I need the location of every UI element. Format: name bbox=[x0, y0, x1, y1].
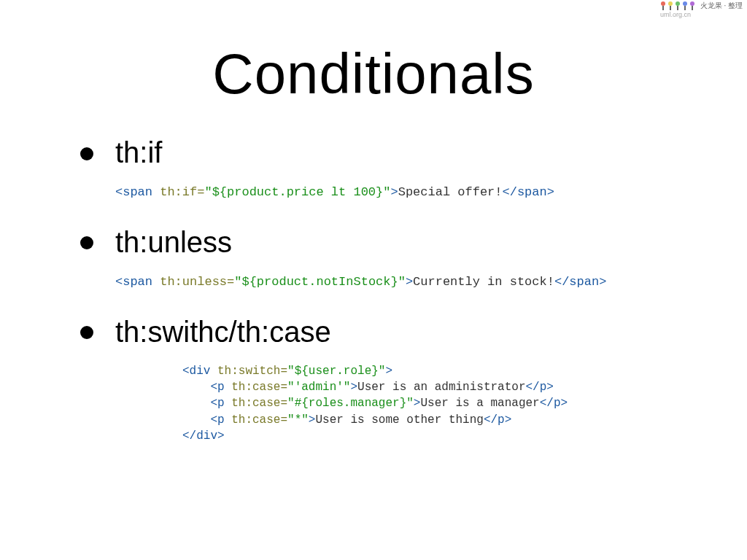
code-block-thswitch: <div th:switch="${user.role}"> <p th:cas… bbox=[182, 363, 718, 445]
figure-icon bbox=[689, 1, 695, 10]
code-token: th:unless bbox=[152, 275, 227, 289]
code-token: = bbox=[280, 413, 287, 427]
code-token: "*" bbox=[287, 413, 309, 427]
bullet-dot-icon bbox=[80, 147, 93, 160]
code-token: th:if bbox=[152, 185, 197, 199]
code-token: "#{roles.manager}" bbox=[287, 397, 414, 410]
code-token: Currently in stock! bbox=[413, 275, 554, 289]
code-token: </p> bbox=[540, 397, 568, 410]
code-token: = bbox=[280, 397, 287, 410]
code-token: User is a manager bbox=[420, 397, 539, 410]
slide-content: th:if <span th:if="${product.price lt 10… bbox=[0, 136, 747, 445]
code-token: Special offer! bbox=[398, 185, 503, 199]
figure-icon bbox=[660, 1, 666, 10]
code-token: "${user.role}" bbox=[287, 365, 385, 378]
watermark-figures bbox=[660, 1, 695, 10]
code-block-thif: <span th:if="${product.price lt 100}">Sp… bbox=[115, 184, 718, 201]
code-token: > bbox=[350, 381, 357, 394]
bullet-text-thunless: th:unless bbox=[115, 226, 232, 259]
bullet-row-thunless: th:unless bbox=[80, 226, 718, 259]
code-token: </span> bbox=[503, 185, 554, 199]
slide-title: Conditionals bbox=[0, 41, 747, 107]
code-token: = bbox=[227, 275, 234, 289]
bullet-row-thswitch: th:swithc/th:case bbox=[80, 316, 718, 349]
code-token: = bbox=[280, 381, 287, 394]
bullet-text-thif: th:if bbox=[115, 136, 162, 169]
code-token: <div bbox=[182, 365, 210, 378]
bullet-row-thif: th:if bbox=[80, 136, 718, 169]
bullet-dot-icon bbox=[80, 326, 93, 339]
code-token: > bbox=[309, 413, 316, 427]
watermark: 火龙果 · 整理 uml.org.cn bbox=[660, 1, 743, 19]
code-token: th:case bbox=[225, 413, 281, 427]
code-token: "'admin'" bbox=[287, 381, 350, 394]
bullet-dot-icon bbox=[80, 236, 93, 249]
code-token: <p bbox=[210, 413, 224, 427]
code-token: <span bbox=[115, 185, 152, 199]
code-token: = bbox=[197, 185, 204, 199]
figure-icon bbox=[675, 1, 681, 10]
code-token: th:case bbox=[225, 381, 281, 394]
watermark-line2: uml.org.cn bbox=[660, 11, 691, 18]
code-token: User is some other thing bbox=[315, 413, 483, 427]
code-token: <p bbox=[210, 381, 224, 394]
code-token: "${product.notInStock}" bbox=[234, 275, 406, 289]
code-token: <span bbox=[115, 275, 152, 289]
code-token: </p> bbox=[526, 381, 554, 394]
code-token: > bbox=[390, 185, 398, 199]
watermark-line1: 火龙果 · 整理 bbox=[700, 1, 743, 9]
figure-icon bbox=[667, 1, 673, 10]
code-token: </p> bbox=[484, 413, 511, 427]
code-token: > bbox=[385, 365, 392, 378]
code-token: <p bbox=[210, 397, 224, 410]
code-token: "${product.price lt 100}" bbox=[204, 185, 390, 199]
code-token: = bbox=[280, 365, 287, 378]
code-token: </div> bbox=[182, 429, 225, 443]
bullet-text-thswitch: th:swithc/th:case bbox=[115, 316, 331, 349]
code-token: > bbox=[406, 275, 413, 289]
code-token: User is an administrator bbox=[357, 381, 525, 394]
code-token: th:switch bbox=[210, 365, 280, 378]
figure-icon bbox=[682, 1, 688, 10]
code-block-thunless: <span th:unless="${product.notInStock}">… bbox=[115, 273, 718, 291]
code-token: th:case bbox=[225, 397, 281, 410]
code-token: </span> bbox=[554, 275, 606, 289]
